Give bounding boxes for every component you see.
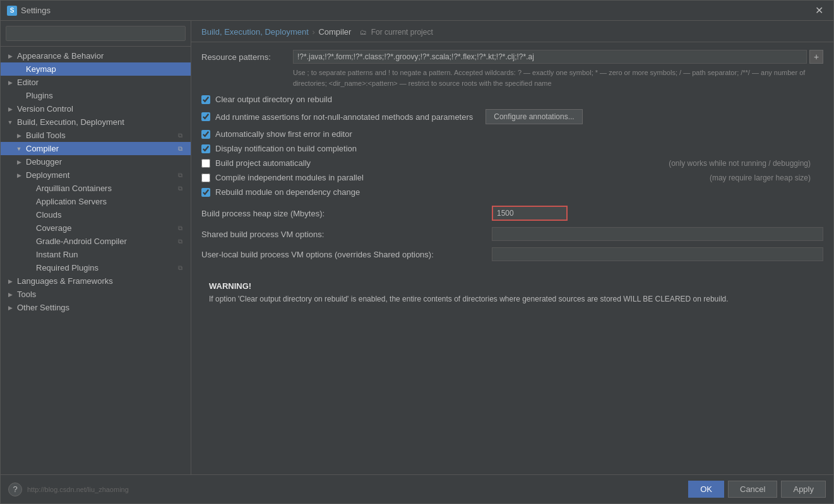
checkbox-add-runtime[interactable] (201, 112, 210, 121)
sidebar-item-label: Plugins (26, 91, 53, 100)
sidebar-item-app-servers[interactable]: Application Servers (1, 195, 191, 208)
sidebar-item-label: Gradle-Android Compiler (36, 237, 127, 246)
user-vm-label: User-local build process VM options (ove… (201, 250, 492, 259)
checkbox-label-rebuild-module: Rebuild module on dependency change (215, 187, 360, 197)
expand-arrow-build (6, 118, 15, 127)
checkbox-label-display-notification: Display notification on build completion (215, 144, 357, 153)
sidebar-item-version-control[interactable]: Version Control (1, 102, 191, 115)
checkbox-label-build-auto: Build project automatically (215, 158, 311, 168)
sidebar-item-instant-run[interactable]: Instant Run (1, 248, 191, 261)
checkbox-label-compile-parallel: Compile independent modules in parallel (215, 173, 364, 182)
resource-input-wrap: + (293, 50, 823, 64)
sidebar-item-tools[interactable]: Tools (1, 288, 191, 301)
panel-body: Resource patterns: + Use ; to separate p… (191, 42, 833, 474)
heap-label: Build process heap size (Mbytes): (201, 209, 492, 218)
sidebar-item-label: Coverage (36, 223, 71, 233)
user-vm-row: User-local build process VM options (ove… (201, 247, 823, 261)
app-icon: S (7, 6, 17, 16)
checkbox-build-auto[interactable] (201, 159, 210, 168)
sidebar-item-label: Other Settings (17, 303, 69, 312)
checkbox-display-notification[interactable] (201, 144, 210, 153)
sidebar-item-label: Build Tools (26, 131, 66, 140)
heap-input[interactable] (492, 206, 568, 221)
sidebar-item-required-plugins[interactable]: Required Plugins ⧉ (1, 261, 191, 274)
configure-annotations-button[interactable]: Configure annotations... (486, 109, 582, 124)
sidebar-item-coverage[interactable]: Coverage ⧉ (1, 221, 191, 235)
checkbox-note-compile-parallel: (may require larger heap size) (710, 173, 823, 182)
checkbox-show-error[interactable] (201, 130, 210, 139)
resource-patterns-label: Resource patterns: (201, 50, 293, 62)
breadcrumb-part1[interactable]: Build, Execution, Deployment (201, 27, 309, 37)
sidebar-item-label: Tools (17, 290, 36, 299)
checkbox-row-show-error: Automatically show first error in editor (201, 129, 823, 139)
sidebar-item-label: Keymap (26, 64, 56, 74)
sidebar-item-label: Version Control (17, 104, 73, 114)
watermark: http://blog.csdn.net/liu_zhaoming (27, 486, 129, 493)
sidebar-item-build-exec[interactable]: Build, Execution, Deployment (1, 115, 191, 129)
user-vm-input[interactable] (492, 247, 823, 261)
expand-arrow-build-tools (15, 131, 23, 140)
panel-header: Build, Execution, Deployment › Compiler … (191, 21, 833, 42)
sidebar-item-keymap[interactable]: Keymap (1, 62, 191, 76)
window-title: Settings (21, 6, 811, 15)
checkbox-row-add-runtime: Add runtime assertions for not-null-anno… (201, 109, 823, 124)
sidebar-item-deployment[interactable]: Deployment ⧉ (1, 168, 191, 182)
resource-hint: Use ; to separate patterns and ! to nega… (293, 67, 823, 88)
sidebar-item-label: Build, Execution, Deployment (17, 117, 124, 127)
copy-icon-req-plugins: ⧉ (178, 264, 186, 272)
breadcrumb-part2: Compiler (318, 27, 351, 37)
expand-arrow-debugger (15, 158, 23, 167)
sidebar-item-label: Editor (17, 78, 39, 87)
sidebar-item-appearance[interactable]: Appearance & Behavior (1, 49, 191, 62)
project-icon: 🗂 (360, 28, 367, 36)
apply-button[interactable]: Apply (781, 481, 826, 498)
expand-arrow-other (6, 303, 15, 312)
copy-icon-coverage: ⧉ (178, 225, 186, 232)
copy-icon-arquillian: ⧉ (178, 185, 186, 192)
sidebar-item-gradle-android[interactable]: Gradle-Android Compiler ⧉ (1, 235, 191, 248)
sidebar-tree: Appearance & Behavior Keymap Editor Plug… (1, 47, 191, 474)
close-button[interactable]: ✕ (811, 3, 827, 18)
copy-icon-build-tools: ⧉ (178, 132, 186, 139)
expand-arrow-deployment (15, 171, 23, 180)
shared-vm-row: Shared build process VM options: (201, 227, 823, 241)
resource-patterns-input[interactable] (293, 50, 807, 64)
checkbox-clear-output[interactable] (201, 95, 210, 104)
right-panel: Build, Execution, Deployment › Compiler … (191, 21, 833, 474)
ok-button[interactable]: OK (688, 481, 724, 498)
sidebar-item-editor[interactable]: Editor (1, 76, 191, 89)
resource-expand-button[interactable]: + (809, 50, 823, 64)
sidebar-item-other-settings[interactable]: Other Settings (1, 301, 191, 314)
expand-arrow-tools (6, 290, 15, 299)
sidebar-item-clouds[interactable]: Clouds (1, 208, 191, 221)
sidebar-item-label: Deployment (26, 170, 69, 180)
sidebar-item-compiler[interactable]: Compiler ⧉ (1, 142, 191, 155)
resource-patterns-row: Resource patterns: + (201, 50, 823, 64)
main-content: Appearance & Behavior Keymap Editor Plug… (1, 21, 833, 474)
checkbox-label-add-runtime: Add runtime assertions for not-null-anno… (215, 112, 473, 122)
help-button[interactable]: ? (8, 483, 22, 496)
sidebar-item-languages[interactable]: Languages & Frameworks (1, 274, 191, 288)
sidebar-item-arquillian[interactable]: Arquillian Containers ⧉ (1, 182, 191, 195)
copy-icon-gradle: ⧉ (178, 238, 186, 245)
checkbox-row-build-auto: Build project automatically (only works … (201, 158, 823, 168)
expand-arrow-vc (6, 105, 15, 114)
checkbox-rebuild-module[interactable] (201, 188, 210, 197)
settings-window: S Settings ✕ Appearance & Behavior Keyma… (0, 0, 834, 504)
warning-title: WARNING! (209, 280, 816, 293)
expand-arrow-editor (6, 78, 15, 87)
title-bar: S Settings ✕ (1, 1, 833, 21)
cancel-button[interactable]: Cancel (728, 481, 777, 498)
warning-box: WARNING! If option 'Clear output directo… (201, 274, 823, 312)
checkbox-row-rebuild-module: Rebuild module on dependency change (201, 187, 823, 197)
checkbox-compile-parallel[interactable] (201, 173, 210, 182)
shared-vm-input[interactable] (492, 227, 823, 241)
checkbox-label-show-error: Automatically show first error in editor (215, 129, 352, 139)
heap-row: Build process heap size (Mbytes): (201, 206, 823, 221)
search-input[interactable] (6, 26, 186, 41)
sidebar-item-label: Clouds (36, 210, 61, 220)
warning-text: If option 'Clear output directory on reb… (209, 293, 816, 305)
sidebar-item-debugger[interactable]: Debugger (1, 155, 191, 168)
sidebar-item-build-tools[interactable]: Build Tools ⧉ (1, 129, 191, 142)
sidebar-item-plugins[interactable]: Plugins (1, 89, 191, 102)
